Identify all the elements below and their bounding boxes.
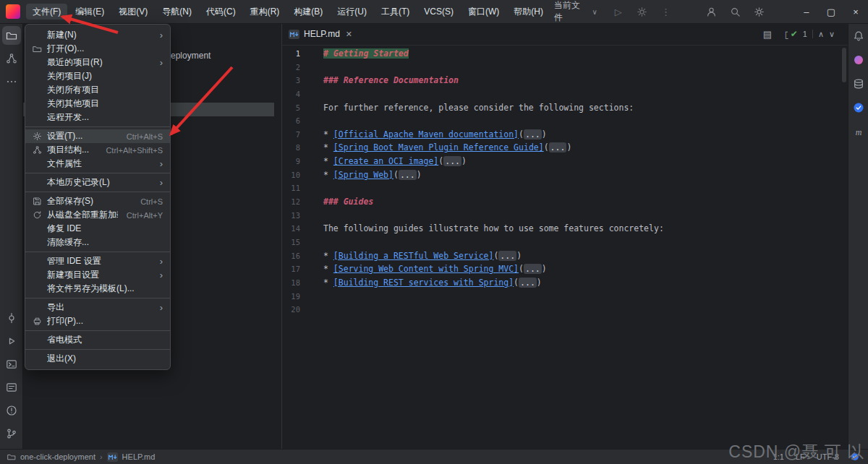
git-icon[interactable] xyxy=(2,424,21,443)
menubar-item[interactable]: VCS(S) xyxy=(417,4,460,20)
editor-line[interactable]: 9* [Create an OCI image](...) xyxy=(281,155,848,168)
file-menu-item[interactable]: 项目结构...Ctrl+Alt+Shift+S xyxy=(25,143,170,157)
file-menu-item[interactable]: 新建(N)› xyxy=(25,28,170,42)
file-menu-item[interactable]: 关闭项目(J) xyxy=(25,69,170,83)
settings-gear-icon[interactable] xyxy=(752,4,766,19)
editor-line[interactable]: 7* [Official Apache Maven documentation]… xyxy=(281,128,848,142)
commit-icon[interactable] xyxy=(2,309,21,327)
file-menu-item[interactable]: 远程开发... xyxy=(25,111,170,124)
file-menu-item[interactable]: 本地历史记录(L)› xyxy=(25,176,170,189)
problems-icon[interactable] xyxy=(2,401,21,420)
editor-line[interactable]: 16* [Building a RESTful Web Service](...… xyxy=(281,249,848,263)
menubar-item[interactable]: 工具(T) xyxy=(375,4,416,20)
editor-scrollbar[interactable] xyxy=(842,48,846,82)
code-segment: [Official Apache Maven documentation] xyxy=(333,129,519,139)
menubar-item[interactable]: 编辑(E) xyxy=(69,4,111,20)
menu-item-label: 文件属性 xyxy=(47,158,153,170)
menubar-item[interactable]: 帮助(H) xyxy=(507,4,550,20)
editor-line[interactable]: 2 xyxy=(281,61,848,74)
services-icon[interactable] xyxy=(2,332,21,351)
maven-icon[interactable]: m xyxy=(852,125,865,138)
file-menu: 新建(N)›打开(O)...最近的项目(R)›关闭项目(J)关闭所有项目关闭其他… xyxy=(25,24,171,370)
more-icon[interactable] xyxy=(2,72,21,91)
code-segment: * xyxy=(323,251,333,261)
file-menu-item[interactable]: 最近的项目(R)› xyxy=(25,56,170,69)
editor-line[interactable]: 14The following guides illustrate how to… xyxy=(281,222,848,236)
maximize-button[interactable]: ▢ xyxy=(819,0,843,23)
menubar-item[interactable]: 视图(V) xyxy=(112,4,154,20)
plugin-icon[interactable] xyxy=(852,101,865,114)
code-segment: ( xyxy=(514,278,519,288)
menubar-item[interactable]: 文件(F) xyxy=(26,4,67,20)
account-icon[interactable] xyxy=(704,4,718,19)
editor-line[interactable]: 19 xyxy=(281,290,848,304)
profiler-icon[interactable] xyxy=(635,4,650,19)
line-number: 4 xyxy=(281,87,323,101)
prev-problem-icon[interactable]: ∧ xyxy=(818,30,824,39)
file-menu-item[interactable]: 管理 IDE 设置› xyxy=(25,254,170,268)
editor-tab-helpmd[interactable]: HELP.md ✕ xyxy=(281,23,359,45)
file-menu-item[interactable]: 文件属性› xyxy=(25,157,170,171)
breadcrumb-project[interactable]: one-click-deployment xyxy=(20,452,95,461)
terminal-icon[interactable] xyxy=(2,355,21,374)
file-menu-item[interactable]: 全部保存(S)Ctrl+S xyxy=(25,194,170,208)
editor-line[interactable]: 15 xyxy=(281,236,848,249)
file-menu-item[interactable]: 从磁盘全部重新加载Ctrl+Alt+Y xyxy=(25,208,170,222)
search-everywhere-icon[interactable] xyxy=(728,4,742,19)
editor-line[interactable]: 18* [Building REST services with Spring]… xyxy=(281,276,848,290)
file-menu-item[interactable]: 省电模式 xyxy=(25,333,170,347)
next-problem-icon[interactable]: ∨ xyxy=(829,30,835,39)
editor-code[interactable]: 1# Getting Started23### Reference Docume… xyxy=(281,45,848,449)
activity-bar-top xyxy=(2,26,21,91)
minimize-button[interactable]: – xyxy=(794,0,819,23)
editor-line[interactable]: 3### Reference Documentation xyxy=(281,74,848,87)
database-icon[interactable] xyxy=(852,77,865,90)
menubar-item[interactable]: 重构(R) xyxy=(244,4,286,20)
editor-line[interactable]: 11 xyxy=(281,181,848,195)
breadcrumb-file[interactable]: HELP.md xyxy=(122,452,156,461)
line-content: * [Create an OCI image](...) xyxy=(323,155,467,168)
ai-assistant-icon[interactable] xyxy=(852,53,865,66)
file-menu-item[interactable]: 打开(O)... xyxy=(25,42,170,56)
editor-line[interactable]: 8* [Spring Boot Maven Plugin Reference G… xyxy=(281,141,848,155)
file-menu-item[interactable]: 新建项目设置› xyxy=(25,268,170,282)
project-icon[interactable] xyxy=(2,26,21,45)
run-configuration-selector[interactable]: 当前文件 ∨ xyxy=(550,0,602,25)
file-menu-item[interactable]: 退出(X) xyxy=(25,352,170,366)
editor-line[interactable]: 4 xyxy=(281,87,848,101)
line-number: 18 xyxy=(281,276,323,290)
run-button[interactable]: ▷ xyxy=(611,4,626,19)
more-actions-icon[interactable]: ⋮ xyxy=(659,4,673,19)
editor-line[interactable]: 10* [Spring Web](...) xyxy=(281,168,848,182)
file-menu-item[interactable]: 清除缓存... xyxy=(25,236,170,249)
file-menu-item[interactable]: 关闭其他项目 xyxy=(25,97,170,111)
editor-line[interactable]: 6 xyxy=(281,114,848,128)
file-menu-item[interactable]: 设置(T)...Ctrl+Alt+S xyxy=(25,129,170,143)
menubar-item[interactable]: 代码(C) xyxy=(200,4,242,20)
notifications-icon[interactable] xyxy=(852,30,865,43)
menubar-item[interactable]: 导航(N) xyxy=(156,4,198,20)
menubar-item[interactable]: 窗口(W) xyxy=(461,4,506,20)
file-menu-item[interactable]: 打印(P)... xyxy=(25,314,170,328)
code-segment: * xyxy=(323,264,333,274)
editor-line[interactable]: 12### Guides xyxy=(281,195,848,209)
intellij-logo-icon[interactable] xyxy=(6,4,20,19)
code-segment: ( xyxy=(544,142,549,152)
close-button[interactable]: × xyxy=(843,0,868,23)
structure-icon[interactable] xyxy=(2,49,21,68)
editor-line[interactable]: 13 xyxy=(281,209,848,223)
editor-line[interactable]: 17* [Serving Web Content with Spring MVC… xyxy=(281,262,848,276)
close-tab-icon[interactable]: ✕ xyxy=(346,30,352,39)
editor-line[interactable]: 5For further reference, please consider … xyxy=(281,101,848,115)
file-menu-item[interactable]: 关闭所有项目 xyxy=(25,83,170,97)
console-icon[interactable] xyxy=(2,378,21,397)
menubar-item[interactable]: 运行(U) xyxy=(331,4,373,20)
layout-icon[interactable]: ▤ xyxy=(761,29,774,40)
file-menu-item[interactable]: 修复 IDE xyxy=(25,222,170,236)
file-menu-item[interactable]: 将文件另存为模板(L)... xyxy=(25,282,170,296)
menubar-item[interactable]: 构建(B) xyxy=(287,4,329,20)
editor-line[interactable]: 1# Getting Started xyxy=(281,47,848,61)
file-menu-item[interactable]: 导出› xyxy=(25,301,170,314)
inspection-widget[interactable]: ✔ 1 ∧ ∨ xyxy=(788,28,838,40)
editor-line[interactable]: 20 xyxy=(281,303,848,317)
